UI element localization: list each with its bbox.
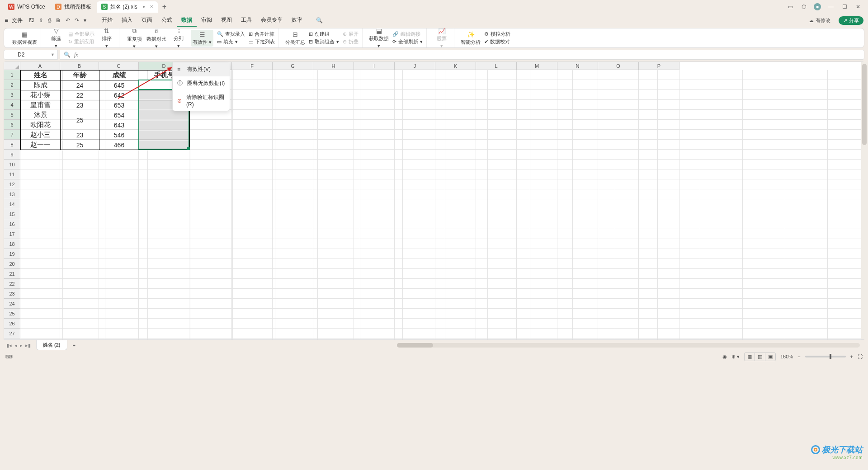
cloud-status[interactable]: ☁ 有修改: [804, 16, 835, 25]
scrollbar-thumb[interactable]: [862, 64, 867, 145]
data-cell[interactable]: 赵小三: [21, 130, 61, 140]
header-cell[interactable]: 年龄: [61, 70, 99, 80]
stocks-button[interactable]: 📈股票▾: [433, 28, 450, 48]
menutab-审阅[interactable]: 审阅: [197, 14, 217, 27]
header-cell[interactable]: 姓名: [21, 70, 61, 80]
header-cell[interactable]: 成绩: [99, 70, 139, 80]
zoom-slider[interactable]: [805, 356, 846, 357]
data-cell[interactable]: 466: [99, 140, 139, 150]
share-button[interactable]: ↗ 分享: [839, 16, 863, 25]
tab-current-file[interactable]: S 姓名 (2).xls ×: [97, 1, 158, 13]
row-header-14[interactable]: 14: [4, 199, 20, 209]
hscroll-thumb[interactable]: [397, 343, 433, 348]
row-header-6[interactable]: 6: [4, 120, 20, 130]
data-cell[interactable]: 546: [99, 130, 139, 140]
data-cell[interactable]: [139, 130, 190, 140]
zoom-out-button[interactable]: −: [797, 354, 800, 359]
row-header-9[interactable]: 9: [4, 150, 20, 160]
row-header-17[interactable]: 17: [4, 229, 20, 239]
chevron-down-icon[interactable]: ▼: [51, 52, 55, 57]
close-tab-icon[interactable]: ×: [150, 4, 153, 10]
edit-links-button[interactable]: 🔗编辑链接: [392, 31, 423, 38]
col-header-J[interactable]: J: [395, 62, 435, 70]
group-button[interactable]: ⊞创建组: [309, 31, 339, 38]
menutab-页面[interactable]: 页面: [137, 14, 157, 27]
get-data-button[interactable]: ⬓获取数据▾: [369, 28, 389, 48]
col-header-N[interactable]: N: [557, 62, 598, 70]
data-cell[interactable]: 654: [99, 110, 139, 120]
view-normal-button[interactable]: ▦: [745, 353, 755, 361]
cube-icon[interactable]: ⬡: [800, 3, 807, 10]
tab-docer[interactable]: D 找稻壳模板: [51, 1, 96, 13]
data-cell[interactable]: 花小蝶: [21, 90, 61, 100]
row-header-25[interactable]: 25: [4, 309, 20, 319]
data-cell[interactable]: [139, 140, 190, 150]
undo-icon[interactable]: ↶: [66, 17, 70, 24]
menutab-数据[interactable]: 数据: [177, 14, 197, 27]
sheet-tab[interactable]: 姓名 (2): [36, 340, 67, 350]
row-header-13[interactable]: 13: [4, 189, 20, 199]
sort-button[interactable]: ⇅排序▾: [98, 28, 115, 48]
data-cell[interactable]: [139, 110, 190, 120]
formula-input[interactable]: 🔍 fx: [60, 50, 864, 60]
fill-button[interactable]: ▭填充▾: [217, 38, 245, 45]
horizontal-scrollbar[interactable]: [397, 343, 860, 348]
row-header-16[interactable]: 16: [4, 219, 20, 229]
qa-dropdown-icon[interactable]: ▾: [84, 17, 86, 24]
data-cell[interactable]: 皇甫雪: [21, 100, 61, 110]
row-header-3[interactable]: 3: [4, 90, 20, 100]
select-all-corner[interactable]: [4, 62, 20, 70]
close-window-icon[interactable]: ✕: [854, 3, 862, 10]
zoom-level[interactable]: 160%: [780, 354, 793, 359]
row-header-2[interactable]: 2: [4, 80, 20, 90]
menutab-公式[interactable]: 公式: [157, 14, 177, 27]
data-proof-button[interactable]: ✔数据校对: [484, 38, 510, 45]
keyboard-icon[interactable]: ⌨: [5, 354, 13, 360]
data-cell[interactable]: 643: [99, 120, 139, 130]
row-header-27[interactable]: 27: [4, 329, 20, 338]
minimize-icon[interactable]: —: [827, 3, 835, 10]
row-header-22[interactable]: 22: [4, 279, 20, 289]
col-header-G[interactable]: G: [273, 62, 313, 70]
find-entry-button[interactable]: 🔍查找录入: [217, 31, 245, 38]
zoom-knob[interactable]: [830, 354, 831, 359]
grid[interactable]: 姓名年龄成绩手机号陈成24645花小蝶22642皇甫雪23653沐景25654欧…: [20, 70, 864, 339]
sheet-nav-next[interactable]: ▸: [20, 343, 23, 348]
data-cell[interactable]: 欧阳花: [21, 120, 61, 130]
row-header-26[interactable]: 26: [4, 319, 20, 329]
text-to-columns-button[interactable]: ⫶分列▾: [170, 28, 187, 48]
pivot-table-button[interactable]: ▦数据透视表: [12, 31, 37, 46]
data-compare-button[interactable]: ⧈数据对比▾: [146, 28, 166, 48]
redo-icon[interactable]: ↷: [75, 17, 79, 24]
menutab-视图[interactable]: 视图: [217, 14, 236, 27]
data-cell[interactable]: 653: [99, 100, 139, 110]
menutab-工具[interactable]: 工具: [236, 14, 256, 27]
col-header-K[interactable]: K: [435, 62, 476, 70]
print-icon[interactable]: ⎙: [48, 17, 51, 24]
menutab-开始[interactable]: 开始: [97, 14, 117, 27]
row-header-8[interactable]: 8: [4, 140, 20, 150]
col-header-I[interactable]: I: [354, 62, 395, 70]
col-header-B[interactable]: B: [60, 62, 99, 70]
menutab-效率[interactable]: 效率: [287, 14, 307, 27]
row-header-7[interactable]: 7: [4, 130, 20, 140]
subtotal-button[interactable]: ⊟分类汇总: [285, 31, 305, 46]
data-cell[interactable]: [139, 120, 190, 130]
save-icon[interactable]: 🖫: [29, 17, 34, 24]
magnify-icon[interactable]: 🔍: [64, 52, 71, 58]
eye-icon[interactable]: ◉: [722, 354, 727, 360]
validity-button[interactable]: ☰有效性 ▾: [191, 30, 213, 47]
row-header-4[interactable]: 4: [4, 100, 20, 110]
duplicates-button[interactable]: ⧉重复项▾: [126, 28, 143, 48]
sheet-nav-prev[interactable]: ◂: [14, 343, 17, 348]
col-header-F[interactable]: F: [232, 62, 273, 70]
validity-menu-item-2[interactable]: ⊘清除验证标识圈(R): [173, 90, 230, 111]
row-header-20[interactable]: 20: [4, 259, 20, 269]
search-icon[interactable]: 🔍: [316, 17, 323, 24]
col-header-L[interactable]: L: [476, 62, 517, 70]
sheet-nav-first[interactable]: ▮◂: [6, 343, 12, 348]
data-cell[interactable]: 赵一一: [21, 140, 61, 150]
row-header-10[interactable]: 10: [4, 160, 20, 169]
row-header-24[interactable]: 24: [4, 299, 20, 309]
reapply-button[interactable]: ↻重新应用: [68, 38, 94, 45]
